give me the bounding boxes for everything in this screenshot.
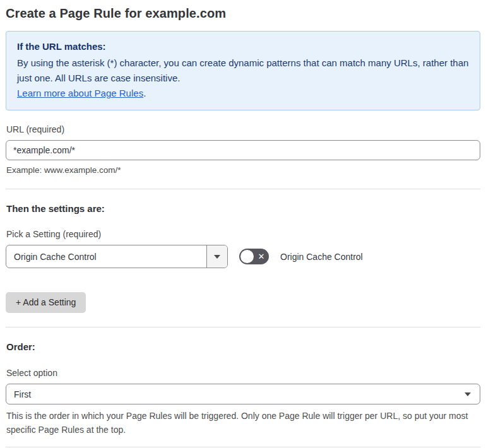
chevron-down-icon [465, 392, 471, 396]
setting-row: Origin Cache Control ✕ Origin Cache Cont… [6, 245, 480, 268]
setting-select[interactable]: Origin Cache Control [6, 245, 228, 268]
add-setting-button[interactable]: + Add a Setting [6, 292, 86, 313]
link-suffix: . [143, 88, 146, 98]
order-section-heading: Order: [6, 341, 480, 352]
url-match-info-box: If the URL matches: By using the asteris… [6, 31, 480, 110]
chevron-down-icon [214, 255, 220, 259]
url-field-label: URL (required) [6, 124, 480, 134]
toggle-off-x-icon: ✕ [254, 249, 269, 264]
setting-select-value: Origin Cache Control [6, 245, 206, 268]
page-title: Create a Page Rule for example.com [6, 6, 480, 21]
url-input[interactable] [6, 140, 480, 160]
url-field-helper: Example: www.example.com/* [6, 165, 480, 175]
order-select[interactable]: First [6, 384, 480, 404]
info-box-heading: If the URL matches: [17, 39, 469, 54]
create-page-rule-panel: Create a Page Rule for example.com If th… [0, 0, 486, 448]
toggle-label: Origin Cache Control [280, 252, 363, 262]
order-select-value: First [14, 389, 31, 399]
toggle-knob [240, 250, 254, 263]
info-box-body: By using the asterisk (*) character, you… [17, 56, 469, 86]
divider [6, 189, 480, 189]
divider [6, 327, 480, 327]
origin-cache-control-toggle[interactable]: ✕ [239, 249, 269, 264]
divider [6, 447, 480, 447]
info-box-link-line: Learn more about Page Rules. [17, 86, 469, 101]
order-helper-text: This is the order in which your Page Rul… [6, 409, 478, 437]
order-select-label: Select option [6, 368, 480, 378]
setting-select-arrow-button[interactable] [206, 245, 227, 268]
pick-setting-label: Pick a Setting (required) [6, 229, 480, 239]
learn-more-link[interactable]: Learn more about Page Rules [17, 88, 143, 98]
settings-section-heading: Then the settings are: [6, 203, 480, 214]
